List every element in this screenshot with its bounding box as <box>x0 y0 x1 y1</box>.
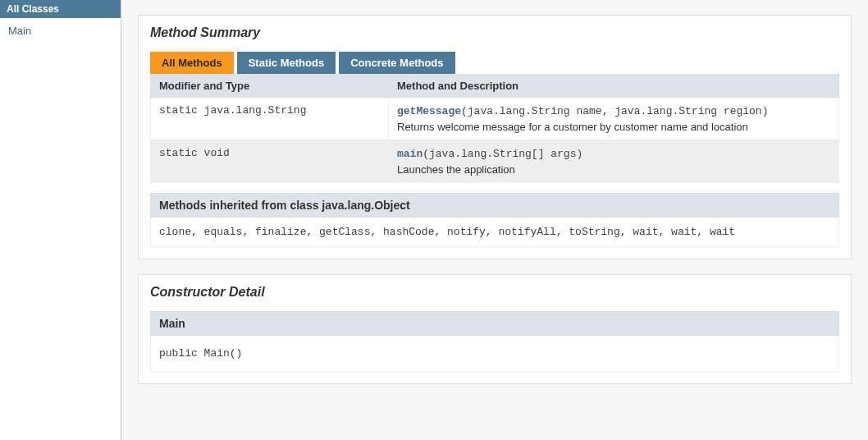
tab-concrete-methods[interactable]: Concrete Methods <box>339 52 455 74</box>
sidebar-header: All Classes <box>0 0 121 18</box>
inherited-methods-header: Methods inherited from class java.lang.O… <box>150 193 839 218</box>
constructor-detail-section: Constructor Detail Main public Main() <box>138 274 852 384</box>
method-description: Launches the application <box>397 163 830 176</box>
method-modifier: static java.lang.String <box>151 98 389 140</box>
method-summary-section: Method Summary All Methods Static Method… <box>138 15 852 259</box>
method-summary-title: Method Summary <box>150 25 839 40</box>
col-header-method: Method and Description <box>389 75 839 98</box>
method-cell: main(java.lang.String[] args) Launches t… <box>389 140 839 183</box>
tab-all-methods[interactable]: All Methods <box>150 52 234 74</box>
inherited-methods-box: Methods inherited from class java.lang.O… <box>150 193 839 247</box>
tab-static-methods[interactable]: Static Methods <box>237 52 336 74</box>
main-content: Method Summary All Methods Static Method… <box>121 0 868 440</box>
sidebar-link-main[interactable]: Main <box>8 25 31 37</box>
method-row: static java.lang.String getMessage(java.… <box>151 98 839 140</box>
method-signature: (java.lang.String name, java.lang.String… <box>461 105 768 117</box>
method-link-getmessage[interactable]: getMessage <box>397 105 461 117</box>
method-signature: (java.lang.String[] args) <box>423 148 582 160</box>
constructor-name: Main <box>150 311 839 336</box>
constructor-detail-title: Constructor Detail <box>150 285 839 300</box>
method-link-main[interactable]: main <box>397 148 423 160</box>
method-description: Returns welcome message for a customer b… <box>397 121 830 133</box>
method-tabs: All Methods Static Methods Concrete Meth… <box>150 52 839 74</box>
method-table: Modifier and Type Method and Description… <box>150 74 839 183</box>
method-row: static void main(java.lang.String[] args… <box>151 140 839 183</box>
sidebar: All Classes Main <box>0 0 121 440</box>
constructor-signature: public Main() <box>150 336 839 372</box>
sidebar-item-main[interactable]: Main <box>0 18 121 44</box>
inherited-methods-list: clone, equals, finalize, getClass, hashC… <box>150 218 839 247</box>
method-cell: getMessage(java.lang.String name, java.l… <box>389 98 839 140</box>
method-modifier: static void <box>151 140 389 183</box>
col-header-modifier: Modifier and Type <box>151 75 389 98</box>
